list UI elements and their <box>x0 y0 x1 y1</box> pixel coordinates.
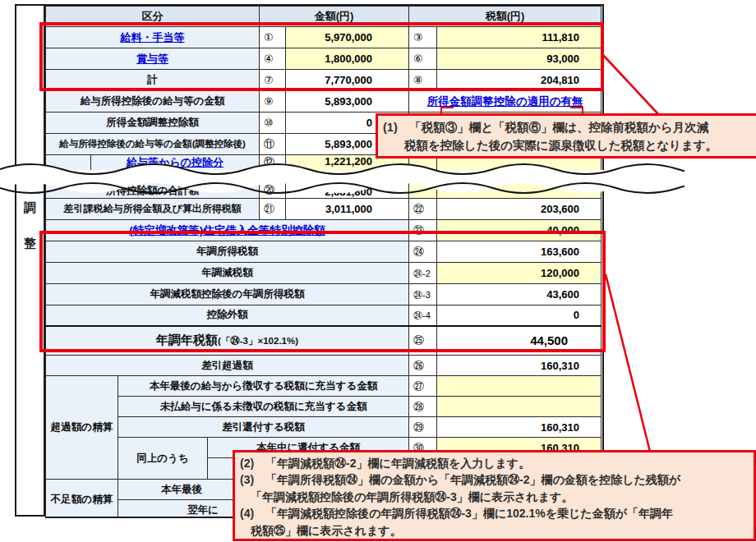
callout-note-1: (1) 「税額③」欄と「税額⑥」欄は、控除前税額から月次減 税額を控除した後の実… <box>376 113 756 158</box>
callout2-line1: (2) 「年調減税額㉔-2」欄に年調減税額を入力します。 <box>240 455 750 471</box>
callout-note-2: (2) 「年調減税額㉔-2」欄に年調減税額を入力します。 (3) 「年調所得税額… <box>233 450 756 541</box>
callout2-line3: 「年調減税額控除後の年調所得税額㉔-3」欄に表示されます。 <box>240 489 750 505</box>
callout2-line4: (4) 「年調減税額控除後の年調所得税額㉔-3」欄に102.1%を乗じた金額が「… <box>240 505 750 521</box>
callout2-line2: (3) 「年調所得税額㉔」欄の金額から「年調減税額㉔-2」欄の金額を控除した残額… <box>240 471 750 488</box>
callout1-line1: (1) 「税額③」欄と「税額⑥」欄は、控除前税額から月次減 <box>383 118 755 136</box>
callout1-line2: 税額を控除した後の実際に源泉徴収した税額となります。 <box>383 136 755 154</box>
year-end-tax-adjustment-screen: 調 整 区分 金額(円) 税額(円) 給料・手当等 ① 5,970,000 ③ … <box>0 0 756 542</box>
callout2-line5: 税額㉕」欄に表示されます。 <box>240 522 750 539</box>
